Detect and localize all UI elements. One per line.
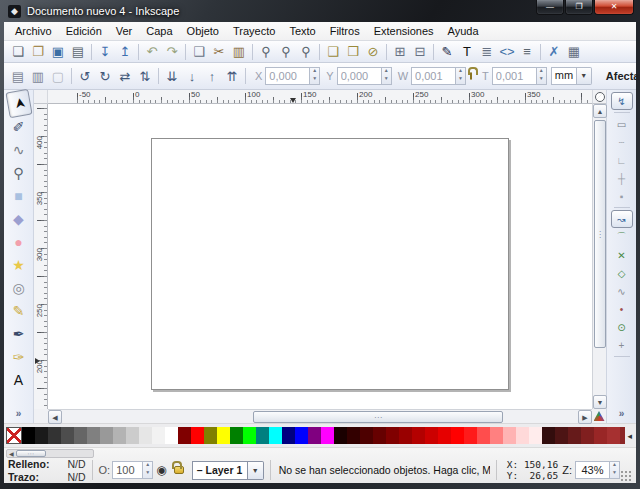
select-all-icon[interactable]: ▤ — [8, 66, 28, 86]
open-document-icon[interactable]: ❐ — [28, 42, 48, 62]
height-spinner[interactable]: ▲▼ — [536, 67, 547, 85]
palette-swatch[interactable] — [217, 427, 230, 444]
palette-swatch[interactable] — [87, 427, 100, 444]
palette-swatch[interactable] — [529, 427, 542, 444]
print-icon[interactable]: ▤ — [68, 42, 88, 62]
fill-stroke-dialog-icon[interactable]: ✎ — [437, 42, 457, 62]
unlink-clone-icon[interactable]: ⊘ — [363, 42, 383, 62]
palette-swatch[interactable] — [516, 427, 529, 444]
color-management-icon[interactable] — [594, 411, 605, 421]
ungroup-icon[interactable]: ⊟ — [410, 42, 430, 62]
menu-edicion[interactable]: Edición — [59, 23, 109, 39]
box3d-tool[interactable]: ◆ — [6, 207, 32, 230]
raise-icon[interactable]: ↑ — [202, 66, 222, 86]
y-input[interactable] — [337, 67, 381, 85]
horizontal-scrollbar[interactable]: ◀ ▶ — [48, 409, 592, 423]
export-icon[interactable]: ↥ — [115, 42, 135, 62]
unit-combobox[interactable]: mm ▼ — [551, 67, 592, 85]
palette-swatch[interactable] — [165, 427, 178, 444]
palette-swatch[interactable] — [308, 427, 321, 444]
snap-nodes[interactable]: ↝ — [611, 210, 633, 228]
lower-to-bottom-icon[interactable]: ⇊ — [162, 66, 182, 86]
menu-ayuda[interactable]: Ayuda — [441, 23, 486, 39]
clone-icon[interactable]: ❒ — [343, 42, 363, 62]
scroll-left-icon[interactable]: ◀ — [48, 410, 62, 424]
horizontal-ruler[interactable]: -50050100150200250300350 — [48, 90, 592, 104]
selector-tool[interactable]: ➤ — [5, 89, 32, 119]
palette-swatch[interactable] — [152, 427, 165, 444]
menu-extensiones[interactable]: Extensiones — [367, 23, 441, 39]
palette-swatch[interactable] — [126, 427, 139, 444]
layer-selector[interactable]: – Layer 1 ▼ — [192, 461, 264, 480]
palette-swatch[interactable] — [399, 427, 412, 444]
palette-swatch[interactable] — [438, 427, 451, 444]
ellipse-tool[interactable]: ● — [6, 230, 32, 253]
palette-swatch[interactable] — [139, 427, 152, 444]
palette-scroll-icon[interactable]: ◂ — [625, 431, 634, 441]
opacity-input[interactable] — [112, 461, 142, 479]
palette-swatch[interactable] — [386, 427, 399, 444]
vertical-ruler[interactable]: 400350300250200150 — [34, 104, 48, 409]
snap-bbox-edges[interactable]: ┄ — [611, 133, 633, 151]
calligraphy-tool[interactable]: ✑ — [6, 345, 32, 368]
undo-icon[interactable]: ↶ — [142, 42, 162, 62]
vertical-scrollbar[interactable]: ▲ ▼ — [592, 104, 606, 409]
y-spinner[interactable]: ▲▼ — [381, 67, 392, 85]
palette-swatch[interactable] — [477, 427, 490, 444]
fill-stroke-indicator[interactable]: Relleno: N/D Trazo: N/D — [8, 458, 86, 483]
snap-bbox-corners[interactable]: ∟ — [611, 151, 633, 169]
resize-grip[interactable] — [620, 470, 632, 482]
palette-swatch[interactable] — [321, 427, 334, 444]
preferences-icon[interactable]: ✗ — [544, 42, 564, 62]
zoom-drawing-icon[interactable]: ⚲ — [276, 42, 296, 62]
palette-swatch[interactable] — [581, 427, 594, 444]
x-input[interactable] — [265, 67, 309, 85]
new-document-icon[interactable]: ❏ — [8, 42, 28, 62]
star-tool[interactable]: ★ — [6, 253, 32, 276]
palette-swatch[interactable] — [256, 427, 269, 444]
paste-icon[interactable]: ▥ — [229, 42, 249, 62]
snap-paths[interactable]: ⌒ — [611, 228, 633, 246]
palette-swatch[interactable] — [542, 427, 555, 444]
snap-bbox-centers[interactable]: ▪ — [611, 187, 633, 205]
palette-swatch[interactable] — [373, 427, 386, 444]
raise-to-top-icon[interactable]: ⇈ — [222, 66, 242, 86]
palette-swatch[interactable] — [100, 427, 113, 444]
tweak-tool[interactable]: ∿ — [6, 138, 32, 161]
maximize-button[interactable]: ❐ — [565, 0, 593, 15]
layers-dialog-icon[interactable]: ≣ — [477, 42, 497, 62]
rectangle-tool[interactable]: ■ — [6, 184, 32, 207]
palette-swatch[interactable] — [594, 427, 607, 444]
palette-swatch[interactable] — [334, 427, 347, 444]
snap-cusp-nodes[interactable]: ◇ — [611, 264, 633, 282]
deselect-icon[interactable]: ▢ — [48, 66, 68, 86]
palette-swatch[interactable] — [61, 427, 74, 444]
palette-swatch[interactable] — [425, 427, 438, 444]
snap-enable[interactable]: ↯ — [611, 92, 633, 110]
palette-swatch[interactable] — [74, 427, 87, 444]
width-input[interactable] — [411, 67, 455, 85]
palette-swatch[interactable] — [243, 427, 256, 444]
palette-swatch[interactable] — [35, 427, 48, 444]
lock-ratio-icon[interactable] — [470, 72, 472, 80]
x-spinner[interactable]: ▲▼ — [309, 67, 320, 85]
snap-line-midpoints[interactable]: • — [611, 300, 633, 318]
menu-ver[interactable]: Ver — [109, 23, 140, 39]
zoom-input[interactable] — [575, 461, 609, 479]
palette-swatch[interactable] — [282, 427, 295, 444]
palette-swatch[interactable] — [178, 427, 191, 444]
scroll-up-icon[interactable]: ▲ — [593, 104, 607, 118]
flip-horizontal-icon[interactable]: ⇄ — [115, 66, 135, 86]
lower-icon[interactable]: ↓ — [182, 66, 202, 86]
save-icon[interactable]: ▣ — [48, 42, 68, 62]
palette-scroll-left-icon[interactable]: ◀ — [7, 450, 16, 457]
snapbar-overflow-icon[interactable]: » — [619, 408, 625, 419]
menu-objeto[interactable]: Objeto — [180, 23, 226, 39]
zoom-spinner[interactable]: ▲▼ — [609, 461, 620, 479]
palette-swatch[interactable] — [555, 427, 568, 444]
snap-rotation-centers[interactable]: + — [611, 336, 633, 354]
palette-swatch[interactable] — [230, 427, 243, 444]
chevron-down-icon[interactable]: ▼ — [248, 461, 264, 480]
menu-capa[interactable]: Capa — [139, 23, 179, 39]
titlebar[interactable]: ◆ Documento nuevo 4 - Inkscape —❐✕ — [4, 0, 636, 22]
